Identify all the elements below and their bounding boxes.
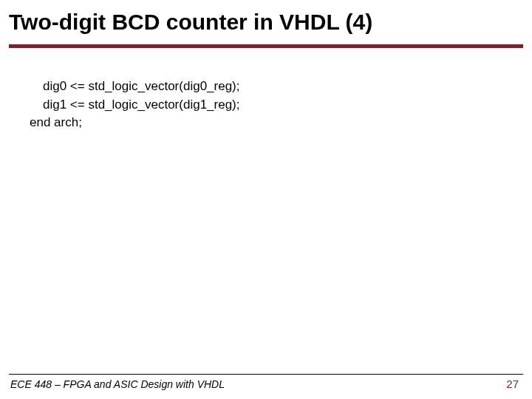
code-block: dig0 <= std_logic_vector(dig0_reg); dig1… — [30, 78, 532, 132]
footer-course-text: ECE 448 – FPGA and ASIC Design with VHDL — [10, 378, 225, 390]
code-line: dig1 <= std_logic_vector(dig1_reg); — [30, 96, 532, 115]
slide-title: Two-digit BCD counter in VHDL (4) — [0, 0, 532, 41]
footer-divider — [9, 374, 523, 375]
title-underline — [9, 44, 523, 48]
slide: Two-digit BCD counter in VHDL (4) dig0 <… — [0, 0, 532, 399]
footer: ECE 448 – FPGA and ASIC Design with VHDL… — [0, 374, 532, 390]
page-number: 27 — [506, 378, 519, 390]
code-line: dig0 <= std_logic_vector(dig0_reg); — [30, 78, 532, 96]
footer-row: ECE 448 – FPGA and ASIC Design with VHDL… — [0, 378, 532, 390]
code-line: end arch; — [30, 114, 532, 132]
